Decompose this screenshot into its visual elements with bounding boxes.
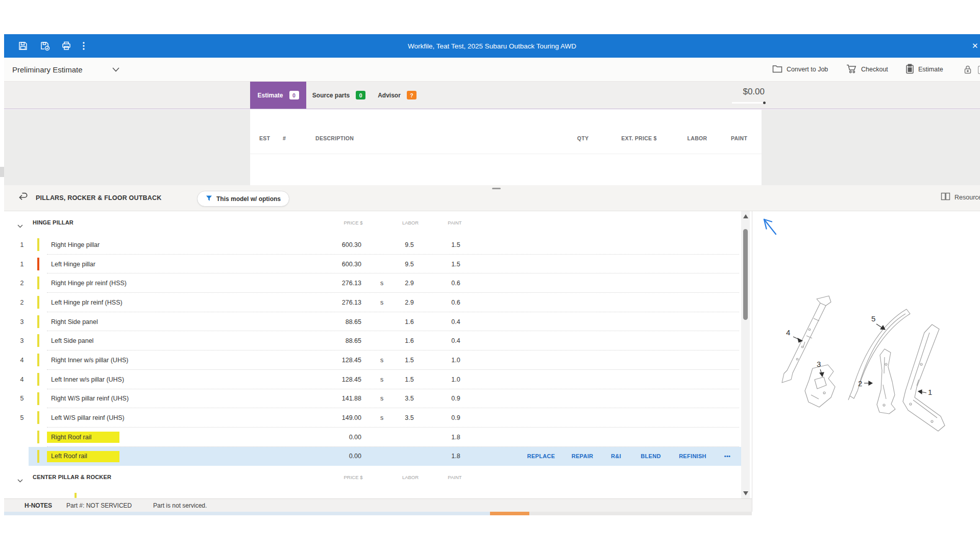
row-supplement-flag: s xyxy=(377,389,387,409)
section-header: HINGE PILLARPRICE $LABORPAINT xyxy=(4,211,741,235)
row-labor: 2.9 xyxy=(394,293,425,312)
row-description: Left Side panel xyxy=(51,331,93,350)
row-action-repair[interactable]: REPAIR xyxy=(572,447,594,466)
scrollbar-thumb[interactable] xyxy=(743,229,748,320)
checkout-button[interactable]: Checkout xyxy=(846,58,888,81)
estimate-name-label: Preliminary Estimate xyxy=(12,65,83,74)
row-est-number: 5 xyxy=(16,389,28,409)
row-description: Left W/S pillar reinf (UHS) xyxy=(51,408,125,428)
row-labor: 1.5 xyxy=(394,350,425,370)
convert-to-job-button[interactable]: Convert to Job xyxy=(772,58,828,81)
row-price: 128.45 xyxy=(290,350,361,370)
row-description: Right Hinge pillar xyxy=(51,235,100,255)
grid-column-header: PAINT xyxy=(718,135,761,141)
row-price: 149.00 xyxy=(290,408,361,428)
row-paint: 0.4 xyxy=(440,331,471,350)
part-row[interactable]: Right Roof rail0.001.8 xyxy=(4,428,741,447)
estimate-total: $0.00 xyxy=(714,87,765,97)
tab-source-parts[interactable]: Source parts0 xyxy=(306,82,372,109)
part-row[interactable]: 2Right Hinge plr reinf (HSS)276.13s2.90.… xyxy=(4,273,741,293)
scroll-up-icon[interactable] xyxy=(743,214,748,218)
section-chevron-icon[interactable] xyxy=(17,221,23,230)
row-paint: 1.0 xyxy=(440,370,471,389)
grid-column-header: LABOR xyxy=(672,135,723,141)
tab-label: Estimate xyxy=(257,92,283,99)
row-action--[interactable]: ••• xyxy=(724,447,730,466)
parts-selection-panel: PILLARS, ROCKER & FLOOR OUTBACK This mod… xyxy=(4,185,980,512)
row-price: 88.65 xyxy=(290,331,361,350)
row-supplement-flag xyxy=(377,447,387,466)
app-window: Workfile, Teat Test, 2025 Subaru Outback… xyxy=(0,0,980,551)
row-paint: 1.8 xyxy=(440,428,471,447)
part-row[interactable]: 3Right Side panel88.651.60.4 xyxy=(4,312,741,332)
part-row[interactable]: 2Left Hinge plr reinf (HSS)276.13s2.90.6 xyxy=(4,293,741,312)
strip-orange-thumb[interactable] xyxy=(490,512,529,515)
back-arrow-icon[interactable] xyxy=(17,192,29,204)
section-chevron-icon[interactable] xyxy=(17,475,23,485)
resources-label: Resources xyxy=(954,194,980,201)
hnotes-label: H-NOTES xyxy=(24,499,52,512)
hnotes-part-status: Part #: NOT SERVICED xyxy=(66,499,132,512)
part-row[interactable]: 1Right Hinge pillar600.309.51.5 xyxy=(4,235,741,255)
row-status-marker xyxy=(37,334,39,347)
row-est-number: 3 xyxy=(16,331,28,350)
row-price: 276.13 xyxy=(290,273,361,293)
estimate-name-dropdown[interactable]: Preliminary Estimate xyxy=(12,58,119,81)
model-filter-chip[interactable]: This model w/ options xyxy=(197,191,289,207)
grid-column-header: EST xyxy=(259,135,270,141)
section-column-header: PRICE $ xyxy=(328,474,379,480)
filter-icon xyxy=(206,195,212,203)
tab-label: Source parts xyxy=(312,92,350,99)
row-supplement-flag: s xyxy=(377,293,387,312)
part-row[interactable]: 5Right W/S pillar reinf (UHS)141.88s3.50… xyxy=(4,389,741,409)
split-drag-handle[interactable] xyxy=(492,188,501,189)
estimate-grid: EST#DESCRIPTIONQTYEXT. PRICE $LABORPAINT xyxy=(250,110,762,185)
row-action-refinish[interactable]: REFINISH xyxy=(679,447,706,466)
row-price: 276.13 xyxy=(290,293,361,312)
part-row[interactable]: Left Roof rail0.001.8REPLACEREPAIRR&IBLE… xyxy=(4,447,741,466)
tab-strip: Estimate0Source parts0Advisor? $0.00 xyxy=(4,82,980,109)
row-action-blend[interactable]: BLEND xyxy=(641,447,660,466)
part-row[interactable]: 4Right Inner w/s pillar (UHS)128.45s1.51… xyxy=(4,350,741,370)
close-icon[interactable]: ✕ xyxy=(972,41,980,51)
part-row[interactable]: 5Left W/S pillar reinf (UHS)149.00s3.50.… xyxy=(4,408,741,428)
part-row[interactable]: 3Left Side panel88.651.60.4 xyxy=(4,331,741,350)
row-labor: 9.5 xyxy=(394,255,425,274)
total-underline xyxy=(732,102,765,104)
estimate-button[interactable]: Estimate xyxy=(905,58,943,81)
strip-track-left xyxy=(4,512,490,515)
row-status-marker xyxy=(37,373,39,386)
tab-label: Advisor xyxy=(378,92,401,99)
scroll-down-icon[interactable] xyxy=(743,491,748,495)
row-price: 600.30 xyxy=(290,235,361,255)
row-status-marker xyxy=(37,258,39,270)
row-price: 0.00 xyxy=(290,428,361,447)
callout-1: 1 xyxy=(928,388,932,396)
row-action-replace[interactable]: REPLACE xyxy=(527,447,555,466)
row-paint: 1.8 xyxy=(440,447,471,466)
parts-panel-header: PILLARS, ROCKER & FLOOR OUTBACK This mod… xyxy=(4,185,980,211)
part-row[interactable]: 1Left Hinge pillar600.309.51.5 xyxy=(4,255,741,274)
row-est-number: 1 xyxy=(16,235,28,255)
row-status-marker xyxy=(37,431,39,443)
lock-icon[interactable] xyxy=(963,58,973,81)
tab-estimate[interactable]: Estimate0 xyxy=(250,82,306,109)
row-supplement-flag xyxy=(377,331,387,350)
row-supplement-flag xyxy=(377,235,387,255)
left-edge-notch xyxy=(0,167,4,177)
row-labor: 1.5 xyxy=(394,370,425,389)
resources-button[interactable]: Resources xyxy=(941,192,980,202)
parts-diagram: 4 3 5 2 1 xyxy=(752,211,980,512)
resources-book-icon xyxy=(941,192,950,202)
row-price: 600.30 xyxy=(290,255,361,274)
row-action-r-i[interactable]: R&I xyxy=(611,447,621,466)
tab-advisor[interactable]: Advisor? xyxy=(372,82,423,109)
row-status-marker xyxy=(37,315,39,328)
row-paint: 1.5 xyxy=(440,255,471,274)
chevron-down-icon xyxy=(88,65,119,74)
row-est-number: 5 xyxy=(16,408,28,428)
row-labor xyxy=(394,428,425,447)
part-row[interactable]: 4Left Inner w/s pillar (UHS)128.45s1.51.… xyxy=(4,370,741,389)
clipped-next-row xyxy=(4,490,741,498)
section-column-header: PAINT xyxy=(434,220,475,226)
